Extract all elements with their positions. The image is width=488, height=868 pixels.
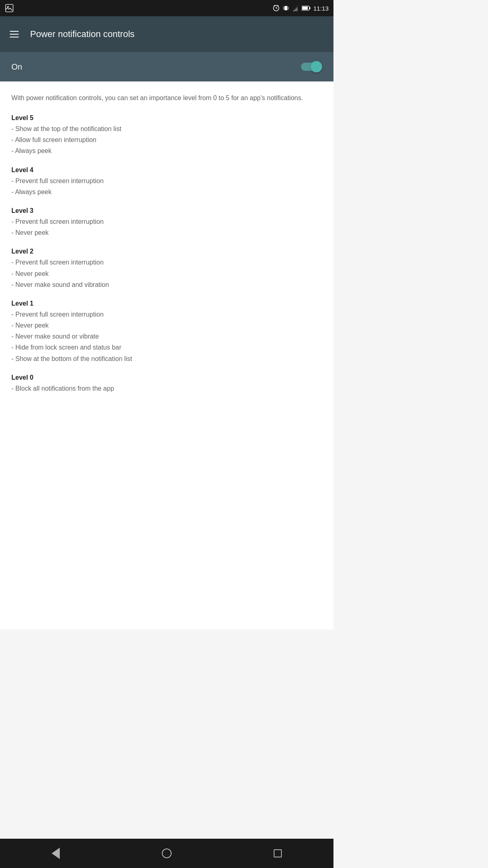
level-1-item-5: - Show at the bottom of the notification… — [11, 353, 322, 364]
gallery-icon — [5, 4, 14, 13]
level-2-item-2: - Never peek — [11, 268, 322, 279]
level-3-item-2: - Never peek — [11, 227, 322, 238]
level-1-item-1: - Prevent full screen interruption — [11, 309, 322, 320]
level-1-section: Level 1 - Prevent full screen interrupti… — [11, 300, 322, 364]
bottom-nav — [0, 839, 333, 868]
level-2-item-1: - Prevent full screen interruption — [11, 257, 322, 268]
toggle-row: On — [0, 52, 333, 81]
toggle-thumb — [311, 61, 322, 72]
level-0-section: Level 0 - Block all notifications from t… — [11, 374, 322, 394]
level-4-title: Level 4 — [11, 166, 322, 174]
toggle-switch[interactable] — [301, 61, 322, 72]
level-3-title: Level 3 — [11, 207, 322, 214]
recents-icon — [274, 849, 282, 857]
level-1-title: Level 1 — [11, 300, 322, 307]
content-area: With power notification controls, you ca… — [0, 82, 333, 630]
level-0-item-1: - Block all notifications from the app — [11, 383, 322, 394]
svg-rect-3 — [285, 6, 288, 11]
description-text: With power notification controls, you ca… — [11, 93, 322, 103]
level-1-item-2: - Never peek — [11, 320, 322, 331]
status-bar-right: 11:13 — [272, 4, 329, 12]
app-title: Power notification controls — [30, 29, 135, 39]
app-bar: Power notification controls — [0, 16, 333, 52]
level-2-item-3: - Never make sound and vibration — [11, 279, 322, 290]
level-2-section: Level 2 - Prevent full screen interrupti… — [11, 248, 322, 290]
menu-button[interactable] — [7, 28, 22, 41]
content-spacer — [0, 630, 333, 839]
vibrate-icon — [282, 4, 290, 12]
svg-rect-5 — [288, 7, 289, 10]
back-button[interactable] — [44, 845, 68, 861]
level-4-section: Level 4 - Prevent full screen interrupti… — [11, 166, 322, 197]
home-button[interactable] — [155, 845, 179, 861]
status-bar: 11:13 — [0, 0, 333, 16]
level-5-item-2: - Allow full screen interruption — [11, 134, 322, 145]
level-1-item-3: - Never make sound or vibrate — [11, 331, 322, 342]
status-time: 11:13 — [313, 5, 329, 12]
level-0-title: Level 0 — [11, 374, 322, 381]
level-1-item-4: - Hide from lock screen and status bar — [11, 342, 322, 353]
level-3-item-1: - Prevent full screen interruption — [11, 216, 322, 227]
svg-rect-11 — [309, 7, 311, 9]
level-5-item-1: - Show at the top of the notification li… — [11, 123, 322, 134]
svg-point-1 — [7, 6, 9, 8]
svg-rect-4 — [283, 7, 284, 10]
toggle-label: On — [11, 62, 22, 72]
status-bar-left — [5, 4, 14, 13]
level-4-item-1: - Prevent full screen interruption — [11, 175, 322, 186]
back-icon — [52, 848, 60, 859]
alarm-icon — [272, 4, 280, 12]
signal-icon — [292, 4, 299, 12]
svg-rect-12 — [303, 7, 308, 10]
level-5-section: Level 5 - Show at the top of the notific… — [11, 114, 322, 157]
level-2-title: Level 2 — [11, 248, 322, 255]
level-5-title: Level 5 — [11, 114, 322, 122]
home-icon — [162, 848, 172, 858]
recents-button[interactable] — [266, 845, 290, 861]
battery-icon — [302, 5, 311, 11]
level-3-section: Level 3 - Prevent full screen interrupti… — [11, 207, 322, 238]
level-4-item-2: - Always peek — [11, 186, 322, 197]
level-5-item-3: - Always peek — [11, 145, 322, 156]
